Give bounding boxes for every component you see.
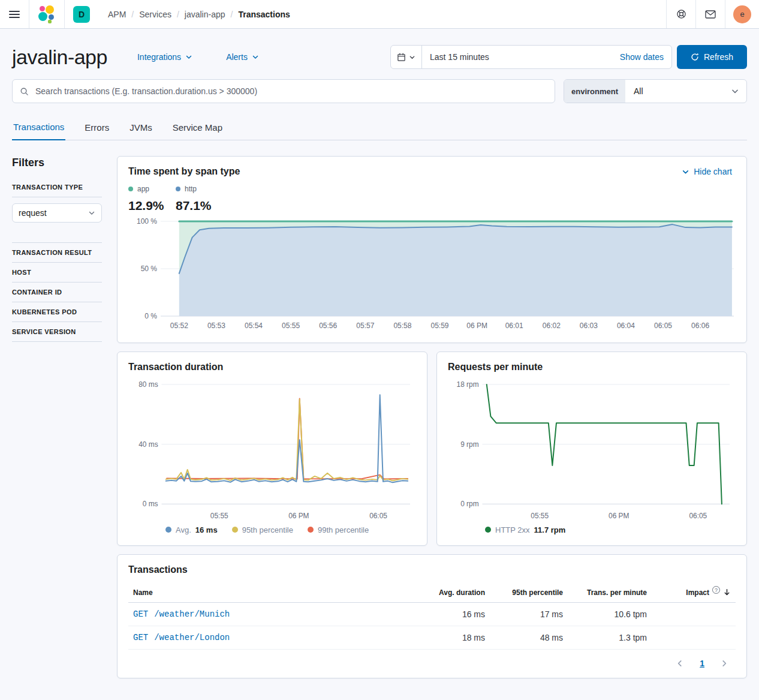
service-header: javalin-app Integrations Alerts Last 15 … [12, 45, 747, 69]
sort-descending-icon [723, 588, 731, 596]
breadcrumb-services[interactable]: Services [139, 10, 171, 19]
time-range-value[interactable]: Last 15 minutes [422, 52, 616, 62]
tab-errors[interactable]: Errors [83, 116, 110, 140]
alerts-menu[interactable]: Alerts [222, 52, 263, 62]
integrations-menu[interactable]: Integrations [134, 52, 196, 62]
search-input[interactable] [34, 86, 547, 97]
divider [29, 0, 29, 28]
requests-per-minute-chart[interactable]: 0 rpm9 rpm18 rpm05:5506 PM06:05 [448, 377, 736, 523]
svg-text:06:05: 06:05 [369, 512, 387, 520]
transaction-link-london[interactable]: GET /weather/London [133, 633, 419, 642]
table-row: GET /weather/Munich 16 ms 17 ms 10.6 tpm [128, 603, 736, 626]
legend-95th-percentile[interactable]: 95th percentile [232, 525, 293, 534]
svg-text:06:05: 06:05 [654, 322, 672, 330]
http-percent: 87.1% [176, 199, 736, 213]
space-avatar[interactable]: D [73, 6, 90, 23]
calendar-dropdown-button[interactable] [391, 46, 422, 68]
svg-text:05:52: 05:52 [170, 322, 188, 330]
svg-text:05:54: 05:54 [245, 322, 263, 330]
filter-transaction-type[interactable]: TRANSACTION TYPE [12, 184, 102, 191]
p95-legend-dot [232, 527, 238, 533]
chevron-down-icon [185, 53, 192, 61]
main-panel: Time spent by span type Hide chart app h… [117, 156, 747, 678]
column-trans-per-minute[interactable]: Trans. per minute [587, 588, 647, 597]
environment-filter[interactable]: environment All [564, 79, 747, 103]
svg-text:05:55: 05:55 [210, 512, 228, 520]
hide-chart-button[interactable]: Hide chart [678, 166, 736, 177]
tab-service-map[interactable]: Service Map [171, 116, 224, 140]
transactions-table: Name Avg. duration 95th percentile Trans… [128, 583, 736, 650]
app-percent: 12.9% [128, 199, 176, 213]
show-dates-button[interactable]: Show dates [616, 52, 671, 62]
divider [12, 262, 102, 263]
divider [12, 322, 102, 322]
tab-jvms[interactable]: JVMs [128, 116, 153, 140]
svg-text:05:58: 05:58 [393, 322, 411, 330]
http-legend-dot [176, 187, 180, 191]
filter-container-id[interactable]: CONTAINER ID [12, 289, 102, 296]
column-95th-percentile[interactable]: 95th percentile [512, 588, 563, 597]
transactions-table-title: Transactions [128, 564, 736, 575]
p95-value: 48 ms [540, 633, 563, 642]
column-avg-duration[interactable]: Avg. duration [439, 588, 485, 597]
environment-filter-value: All [625, 86, 731, 96]
next-page-button[interactable] [716, 659, 732, 668]
divider [12, 341, 102, 342]
svg-text:0 %: 0 % [144, 312, 157, 320]
p95-value: 17 ms [540, 609, 563, 619]
divider [12, 302, 102, 302]
svg-text:05:59: 05:59 [430, 322, 448, 330]
avg-value: 16 ms [195, 525, 218, 534]
svg-text:06:01: 06:01 [505, 322, 523, 330]
filter-host[interactable]: HOST [12, 269, 102, 276]
svg-text:06 PM: 06 PM [466, 322, 487, 330]
breadcrumb-service-name[interactable]: javalin-app [185, 10, 225, 19]
chevron-down-icon [88, 209, 95, 217]
column-name[interactable]: Name [133, 588, 419, 597]
legend-http-2xx[interactable]: HTTP 2xx 11.7 rpm [485, 525, 565, 534]
svg-text:18 rpm: 18 rpm [457, 380, 479, 389]
http2xx-value: 11.7 rpm [534, 525, 566, 534]
svg-text:05:55: 05:55 [531, 512, 549, 520]
impact-help-icon[interactable]: ? [712, 586, 720, 594]
chevron-right-icon [720, 659, 728, 668]
date-picker: Last 15 minutes Show dates [390, 45, 672, 69]
transaction-duration-chart[interactable]: 0 ms40 ms80 ms05:5506 PM06:05 [128, 377, 416, 523]
requests-per-minute-title: Requests per minute [448, 362, 736, 372]
newsfeed-button[interactable] [696, 0, 725, 28]
column-impact[interactable]: Impact ? [686, 588, 731, 597]
previous-page-button[interactable] [672, 659, 688, 668]
tab-transactions[interactable]: Transactions [12, 116, 65, 140]
user-avatar[interactable]: e [733, 5, 751, 23]
breadcrumb-apm[interactable]: APM [108, 10, 126, 19]
svg-text:05:53: 05:53 [207, 322, 225, 330]
legend-http[interactable]: http [176, 185, 736, 193]
requests-per-minute-card: Requests per minute 0 rpm9 rpm18 rpm05:5… [436, 351, 747, 546]
transaction-link-munich[interactable]: GET /weather/Munich [133, 609, 419, 619]
divider [12, 242, 102, 243]
svg-text:0 rpm: 0 rpm [460, 500, 478, 508]
legend-app[interactable]: app [128, 185, 176, 193]
refresh-button[interactable]: Refresh [677, 45, 747, 69]
page-number[interactable]: 1 [700, 659, 704, 668]
legend-avg[interactable]: Avg. 16 ms [165, 525, 218, 534]
chevron-down-icon [682, 168, 689, 176]
divider [725, 0, 725, 28]
svg-text:50 %: 50 % [141, 265, 158, 273]
refresh-icon [691, 53, 699, 61]
help-button[interactable] [667, 0, 695, 28]
mail-icon [705, 10, 716, 19]
menu-button[interactable] [0, 0, 29, 28]
elastic-logo[interactable] [38, 5, 56, 23]
span-type-chart[interactable]: 0 %50 %100 %05:5205:5305:5405:5505:5605:… [128, 218, 736, 333]
svg-text:06:03: 06:03 [580, 322, 598, 330]
hamburger-icon [9, 9, 20, 20]
filter-kubernetes-pod[interactable]: KUBERNETES POD [12, 308, 102, 316]
tpm-value: 10.6 tpm [615, 609, 647, 619]
breadcrumb-current: Transactions [238, 10, 290, 19]
transaction-type-select[interactable]: request [12, 203, 102, 223]
filter-transaction-result[interactable]: TRANSACTION RESULT [12, 249, 102, 256]
environment-filter-label: environment [564, 80, 625, 103]
filter-service-version[interactable]: SERVICE VERSION [12, 328, 102, 335]
legend-99th-percentile[interactable]: 99th percentile [308, 525, 369, 534]
